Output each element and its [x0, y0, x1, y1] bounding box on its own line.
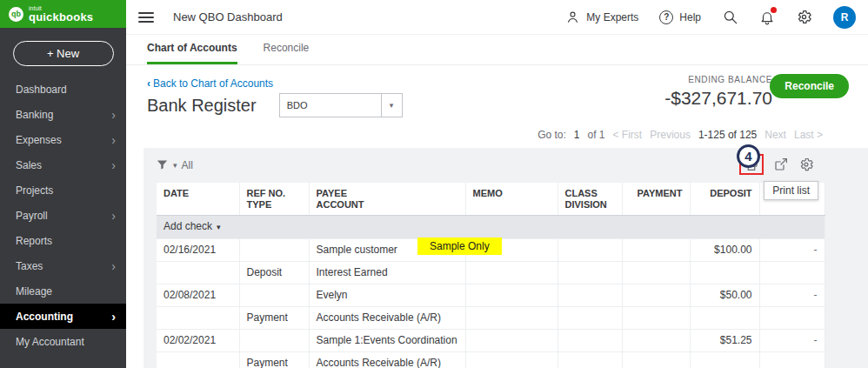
table-header-row: DATE REF NO.TYPE PAYEEACCOUNT MEMO CLASS… — [157, 183, 825, 216]
filter-label: All — [182, 159, 193, 171]
chevron-right-icon — [111, 134, 116, 146]
sidebar-item-expenses[interactable]: Expenses — [0, 127, 126, 152]
sidebar: qb intuit quickbooks + New Dashboard Ban… — [0, 0, 126, 368]
chevron-right-icon — [111, 260, 116, 272]
sidebar-item-dashboard[interactable]: Dashboard — [0, 77, 126, 102]
help-icon — [659, 10, 673, 24]
notifications-button[interactable] — [759, 10, 775, 25]
cell-class — [558, 239, 622, 262]
back-link[interactable]: Back to Chart of Accounts — [147, 77, 273, 90]
cell-date: 02/08/2021 — [157, 284, 239, 307]
pagination: Go to: 1 of 1 < First Previous 1-125 of … — [537, 129, 823, 141]
chevron-right-icon — [111, 109, 116, 121]
previous-page-link[interactable]: Previous — [650, 129, 691, 141]
account-select[interactable]: BDO — [279, 93, 403, 117]
chevron-right-icon — [111, 210, 116, 222]
filter-dropdown[interactable]: All — [156, 158, 193, 171]
go-to-label: Go to: — [537, 129, 566, 141]
cell-type: Payment — [239, 352, 309, 368]
cell-date: 02/02/2021 — [157, 330, 239, 352]
sidebar-item-mileage[interactable]: Mileage — [0, 278, 126, 304]
sidebar-item-my-accountant[interactable]: My Accountant — [0, 329, 126, 354]
settings-button[interactable] — [796, 9, 812, 25]
help-button[interactable]: Help — [659, 10, 701, 24]
avatar[interactable]: R — [833, 6, 856, 29]
col-header-payment[interactable]: PAYMENT — [622, 183, 690, 216]
table-row-detail[interactable]: Deposit Interest Earned — [157, 262, 825, 284]
register-panel: All 4 Print list — [144, 148, 868, 368]
tab-bar: Chart of Accounts Reconcile — [126, 35, 868, 65]
last-page-link[interactable]: Last > — [794, 129, 823, 141]
sidebar-nav: Dashboard Banking Expenses Sales Project… — [0, 77, 126, 354]
cell-class — [558, 284, 622, 307]
cell-status: - — [759, 239, 825, 262]
table-row[interactable]: 02/08/2021 Evelyn $50.00 - — [157, 284, 825, 307]
col-header-refno-type[interactable]: REF NO.TYPE — [239, 183, 309, 216]
page-header-title: New QBO Dashboard — [173, 10, 283, 23]
sidebar-item-taxes[interactable]: Taxes — [0, 253, 126, 278]
register-table: DATE REF NO.TYPE PAYEEACCOUNT MEMO CLASS… — [157, 183, 825, 368]
col-header-class-division[interactable]: CLASSDIVISION — [558, 183, 622, 216]
table-settings-button[interactable] — [798, 157, 814, 172]
table-row-detail[interactable]: Payment Accounts Receivable (A/R) — [157, 307, 825, 330]
my-experts-button[interactable]: My Experts — [565, 10, 638, 24]
print-list-tooltip: Print list — [764, 181, 818, 200]
cell-memo — [465, 284, 558, 307]
cell-status: - — [759, 330, 825, 352]
add-transaction-row[interactable]: Add check — [157, 216, 825, 239]
cell-memo — [465, 330, 558, 352]
hamburger-menu-icon[interactable] — [138, 12, 154, 23]
col-header-memo[interactable]: MEMO — [465, 183, 558, 216]
sidebar-item-reports[interactable]: Reports — [0, 228, 126, 253]
page-number[interactable]: 1 — [574, 129, 580, 141]
sidebar-item-projects[interactable]: Projects — [0, 177, 126, 203]
cell-payee: Evelyn — [309, 284, 465, 307]
cell-payment — [622, 239, 690, 262]
cell-deposit: $50.00 — [690, 284, 759, 307]
new-button[interactable]: + New — [13, 41, 114, 66]
qb-logo-icon: qb — [9, 7, 23, 22]
sidebar-item-banking[interactable]: Banking — [0, 102, 126, 127]
sidebar-item-sales[interactable]: Sales — [0, 152, 126, 177]
gear-icon — [798, 157, 814, 172]
ending-balance-label: ENDING BALANCE — [664, 75, 772, 84]
tab-chart-of-accounts[interactable]: Chart of Accounts — [147, 42, 237, 64]
sample-only-annotation: Sample Only — [417, 238, 502, 255]
cell-payee: Sample 1:Events Coordination — [309, 330, 465, 352]
cell-deposit: $51.25 — [690, 330, 759, 352]
ending-balance: ENDING BALANCE -$327,671.70 — [664, 75, 772, 109]
chevron-left-icon — [147, 77, 150, 90]
cell-payment — [622, 284, 690, 307]
next-page-link[interactable]: Next — [765, 129, 786, 141]
export-icon — [773, 157, 789, 172]
reconcile-button[interactable]: Reconcile — [770, 74, 849, 98]
col-header-payee-account[interactable]: PAYEEACCOUNT — [309, 183, 465, 216]
export-button[interactable] — [773, 157, 789, 172]
cell-type: Deposit — [239, 262, 309, 284]
search-button[interactable] — [722, 9, 738, 25]
cell-payment — [622, 330, 690, 352]
cell-date: 02/16/2021 — [157, 239, 239, 262]
chevron-right-icon — [111, 159, 116, 171]
table-row[interactable]: 02/02/2021 Sample 1:Events Coordination … — [157, 330, 825, 352]
col-header-date[interactable]: DATE — [157, 183, 239, 216]
first-page-link[interactable]: < First — [613, 129, 643, 141]
page-title: Bank Register — [147, 96, 257, 116]
cell-account: Accounts Receivable (A/R) — [309, 352, 465, 368]
tab-reconcile[interactable]: Reconcile — [264, 42, 310, 64]
chevron-down-icon[interactable] — [382, 93, 403, 117]
chevron-right-icon — [111, 311, 116, 323]
search-icon — [722, 9, 738, 25]
cell-class — [558, 330, 622, 352]
col-header-deposit[interactable]: DEPOSIT — [690, 183, 759, 216]
cell-ref — [239, 330, 309, 352]
cell-ref — [239, 239, 309, 262]
sidebar-item-accounting[interactable]: Accounting — [0, 304, 126, 329]
cell-account: Interest Earned — [309, 262, 465, 284]
sidebar-item-payroll[interactable]: Payroll — [0, 203, 126, 228]
row-range-label: 1-125 of 125 — [698, 129, 757, 141]
table-row-detail[interactable]: Payment Accounts Receivable (A/R) — [157, 352, 825, 368]
top-bar: New QBO Dashboard My Experts Help R — [126, 0, 868, 35]
person-icon — [565, 10, 580, 24]
gear-icon — [796, 9, 812, 25]
